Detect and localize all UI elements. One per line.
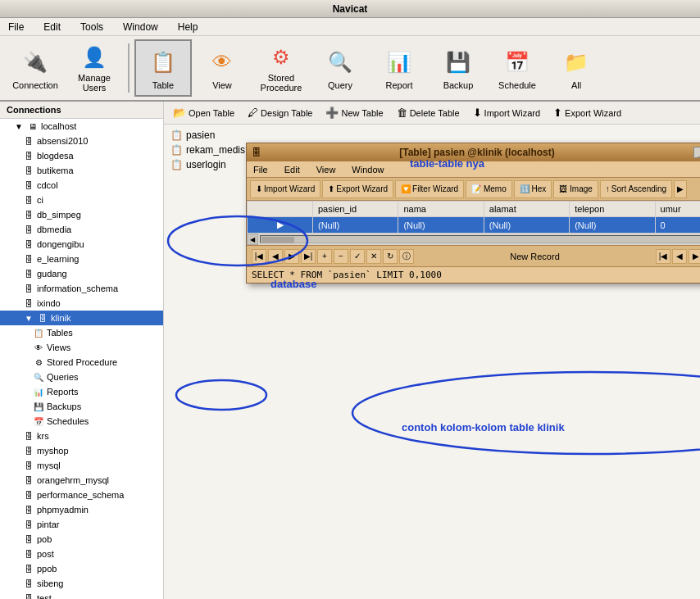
table-icon: 📋 [170,144,183,156]
page-first-btn[interactable]: |◀ [656,249,670,264]
sidebar-item-pintar[interactable]: 🗄 pintar [0,517,163,532]
sidebar-item-gudang[interactable]: 🗄 gudang [0,266,163,281]
design-table-btn[interactable]: 🖊 Design Table [242,104,318,122]
import-wizard-btn[interactable]: ⬇ Import Wizard [467,104,546,122]
col-umur[interactable]: umur [655,202,700,217]
sidebar-item-e-learning[interactable]: 🗄 e_learning [0,252,163,266]
sidebar-item-tables[interactable]: 📋 Tables [0,325,163,340]
sidebar-item-dbmedia[interactable]: 🗄 dbmedia [0,222,163,237]
nav-add-btn[interactable]: + [317,249,332,264]
inner-import-btn[interactable]: ⬇ Import Wizard [250,180,320,198]
inner-more-btn[interactable]: ▶ [674,180,687,198]
menu-edit[interactable]: Edit [39,20,66,34]
toolbar-report[interactable]: 📊 Report [370,39,428,97]
inner-menu-window[interactable]: Window [348,164,387,175]
toolbar-all[interactable]: 📁 All [548,39,605,97]
sidebar-item-krs[interactable]: 🗄 krs [0,429,163,443]
toolbar-backup[interactable]: 💾 Backup [430,39,487,97]
menu-window[interactable]: Window [118,20,163,34]
cell-umur[interactable]: 0 [655,217,700,234]
data-grid[interactable]: pasien_id nama alamat telepon umur ▶ (Nu… [247,201,700,234]
sidebar-item-blogdesa[interactable]: 🗄 blogdesa [0,148,163,163]
delete-table-btn[interactable]: 🗑 Delete Table [391,104,466,122]
inner-memo-btn[interactable]: 📝 Memo [466,180,512,198]
sidebar-item-post[interactable]: 🗄 post [0,547,163,561]
nav-apply-btn[interactable]: ✓ [350,249,365,264]
cell-alamat[interactable]: (Null) [484,217,569,234]
sidebar-item-myshop[interactable]: 🗄 myshop [0,443,163,458]
sidebar-item-ci[interactable]: 🗄 ci [0,193,163,207]
inner-sort-btn[interactable]: ↑ Sort Ascending [600,180,672,198]
col-nama[interactable]: nama [398,202,484,217]
sidebar-item-ixindo[interactable]: 🗄 ixindo [0,296,163,311]
inner-filter-btn[interactable]: 🔽 Filter Wizard [395,180,464,198]
toolbar-query[interactable]: 🔍 Query [311,39,369,97]
sidebar-item-pob[interactable]: 🗄 pob [0,532,163,547]
sidebar-item-cdcol[interactable]: 🗄 cdcol [0,178,163,193]
table-row[interactable]: ▶ (Null) (Null) (Null) (Null) 0 [248,217,701,234]
sidebar-item-dongengibu[interactable]: 🗄 dongengibu [0,237,163,252]
toolbar-connection[interactable]: 🔌 Connection [7,39,64,97]
nav-refresh-btn[interactable]: ↻ [383,249,398,264]
toolbar-stored-procedure[interactable]: ⚙ Stored Procedure [252,39,310,97]
new-table-btn[interactable]: ➕ New Table [320,104,389,122]
page-prev-btn[interactable]: ◀ [672,249,687,264]
sidebar-item-phpmyadmin[interactable]: 🗄 phpmyadmin [0,502,163,517]
sidebar-item-views[interactable]: 👁 Views [0,340,163,355]
menu-file[interactable]: File [3,20,29,34]
cell-telepon[interactable]: (Null) [570,217,655,234]
nav-discard-btn[interactable]: ✕ [366,249,381,264]
sidebar-item-information-schema[interactable]: 🗄 information_schema [0,281,163,296]
minimize-btn[interactable]: _ [693,147,700,158]
col-pasien-id[interactable]: pasien_id [313,202,398,217]
inner-image-btn[interactable]: 🖼 Image [553,180,598,198]
sidebar-item-sibeng[interactable]: 🗄 sibeng [0,576,163,591]
nav-delete-btn[interactable]: − [334,249,348,264]
sidebar-item-stored-procedure[interactable]: ⚙ Stored Procedure [0,355,163,370]
inner-menu-edit[interactable]: Edit [281,164,303,175]
sidebar-item-db-simpeg[interactable]: 🗄 db_simpeg [0,207,163,222]
open-table-btn[interactable]: 📂 Open Table [167,104,240,122]
design-table-icon: 🖊 [248,107,258,119]
sidebar-item-butikema[interactable]: 🗄 butikema [0,163,163,178]
cell-pasien-id[interactable]: (Null) [313,217,398,234]
scroll-track[interactable] [260,235,700,243]
nav-last-btn[interactable]: ▶| [301,249,316,264]
scroll-thumb[interactable] [261,237,294,243]
sidebar-item-ppob[interactable]: 🗄 ppob [0,561,163,576]
col-telepon[interactable]: telepon [570,202,655,217]
horizontal-scrollbar[interactable]: ◀ ▶ [247,234,700,245]
page-next-btn[interactable]: ▶ [689,249,700,264]
sidebar-item-orangehrm[interactable]: 🗄 orangehrm_mysql [0,473,163,488]
sidebar-item-schedules[interactable]: 📅 Schedules [0,414,163,429]
export-wizard-btn[interactable]: ⬆ Export Wizard [548,104,627,122]
inner-menu-view[interactable]: View [313,164,339,175]
sidebar-item-backups[interactable]: 💾 Backups [0,399,163,414]
sidebar-item-mysql[interactable]: 🗄 mysql [0,458,163,473]
menu-help[interactable]: Help [173,20,203,34]
toolbar-view[interactable]: 👁 View [193,39,251,97]
sidebar-item-queries[interactable]: 🔍 Queries [0,370,163,384]
nav-first-btn[interactable]: |◀ [252,249,266,264]
scroll-left-btn[interactable]: ◀ [247,234,258,245]
menu-tools[interactable]: Tools [75,20,108,34]
inner-hex-btn[interactable]: 🔢 Hex [514,180,552,198]
toolbar-schedule[interactable]: 📅 Schedule [489,39,546,97]
menu-bar: File Edit Tools Window Help [0,18,700,36]
toolbar-manage-users[interactable]: 👤 Manage Users [66,39,123,97]
nav-prev-btn[interactable]: ◀ [268,249,283,264]
sidebar-item-reports[interactable]: 📊 Reports [0,384,163,399]
cell-nama[interactable]: (Null) [398,217,484,234]
sidebar-item-absensi2010[interactable]: 🗄 absensi2010 [0,134,163,148]
inner-menu-file[interactable]: File [250,164,271,175]
col-alamat[interactable]: alamat [484,202,569,217]
table-item-pasien[interactable]: 📋 pasien [167,128,697,143]
sidebar-item-klinik[interactable]: ▼ 🗄 klinik [0,311,163,325]
sidebar-item-localhost[interactable]: ▼ 🖥 localhost [0,119,163,134]
inner-export-btn[interactable]: ⬆ Export Wizard [322,180,393,198]
nav-next-btn[interactable]: ▶ [284,249,299,264]
sidebar-item-performance-schema[interactable]: 🗄 performance_schema [0,488,163,502]
toolbar-table[interactable]: 📋 Table [134,39,192,97]
sidebar-item-test[interactable]: 🗄 test [0,591,163,599]
nav-info-btn[interactable]: ⓘ [399,249,414,264]
